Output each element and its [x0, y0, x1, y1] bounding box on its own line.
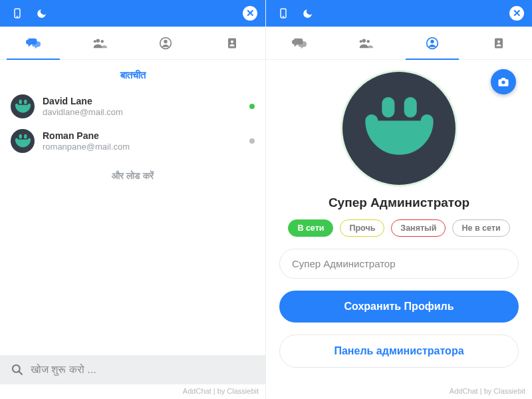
svg-point-8 — [164, 39, 168, 43]
mobile-icon[interactable] — [8, 4, 27, 23]
status-dot — [249, 138, 255, 144]
tab-row — [0, 27, 265, 60]
contacts-tab[interactable] — [466, 27, 532, 59]
contact-email: romanpane@mail.com — [43, 142, 244, 152]
search-input[interactable] — [31, 364, 255, 376]
status-online[interactable]: В сети — [288, 219, 333, 237]
avatar — [11, 94, 35, 118]
groups-tab[interactable] — [66, 27, 133, 59]
status-dot — [249, 104, 255, 109]
status-offline[interactable]: Не в сети — [452, 219, 509, 237]
moon-icon[interactable] — [298, 4, 317, 23]
profile-tab[interactable] — [133, 27, 200, 59]
svg-point-17 — [360, 40, 362, 43]
search-icon — [11, 363, 24, 376]
close-icon[interactable]: ✕ — [509, 6, 524, 21]
status-busy[interactable]: Занятый — [391, 219, 446, 237]
section-title: बातचीत — [0, 60, 265, 89]
svg-point-11 — [13, 365, 20, 372]
save-profile-button[interactable]: Сохранить Профиль — [279, 291, 519, 323]
svg-point-19 — [430, 39, 434, 43]
svg-point-16 — [366, 40, 369, 43]
profile-tab[interactable] — [399, 27, 466, 59]
footer-credit: AddChat | by Classiebit — [0, 384, 265, 399]
admin-panel-button[interactable]: Панель администратора — [279, 334, 519, 368]
svg-point-22 — [501, 80, 505, 84]
chats-tab[interactable] — [266, 27, 332, 59]
chat-panel: ✕ बातचीत David Lane davidlane@mail.com — [0, 0, 266, 399]
svg-point-4 — [96, 39, 100, 43]
search-bar — [0, 355, 265, 384]
change-avatar-button[interactable] — [491, 69, 516, 94]
status-options: В сети Прочь Занятый Не в сети — [288, 219, 509, 237]
svg-point-6 — [93, 40, 96, 43]
svg-point-5 — [100, 40, 103, 43]
topbar: ✕ — [0, 0, 265, 27]
status-away[interactable]: Прочь — [340, 219, 384, 237]
svg-point-21 — [497, 40, 500, 43]
svg-rect-20 — [495, 38, 503, 48]
svg-point-10 — [231, 40, 233, 43]
profile-name: Супер Администратор — [329, 196, 469, 210]
conversation-item[interactable]: David Lane davidlane@mail.com — [0, 89, 265, 124]
contact-email: davidlane@mail.com — [43, 107, 244, 117]
contact-name: Roman Pane — [43, 130, 244, 141]
tab-row — [266, 27, 532, 60]
chats-tab[interactable] — [0, 27, 66, 59]
profile-panel: ✕ Супер Администратор В сети Прочь Занят… — [266, 0, 532, 399]
svg-line-12 — [19, 372, 23, 375]
svg-rect-9 — [228, 38, 236, 48]
close-icon[interactable]: ✕ — [243, 6, 257, 21]
moon-icon[interactable] — [32, 4, 51, 23]
camera-icon — [497, 76, 509, 88]
avatar-large — [342, 72, 456, 185]
conversation-list: बातचीत David Lane davidlane@mail.com Rom… — [0, 60, 265, 399]
avatar — [11, 129, 35, 153]
contact-name: David Lane — [43, 96, 244, 106]
svg-point-15 — [362, 39, 366, 43]
footer-credit: AddChat | by Classiebit — [266, 384, 532, 399]
mobile-icon[interactable] — [274, 4, 293, 23]
display-name-input[interactable] — [279, 249, 519, 279]
topbar: ✕ — [266, 0, 532, 27]
groups-tab[interactable] — [332, 27, 399, 59]
load-more-button[interactable]: और लोड करें — [0, 158, 265, 194]
contacts-tab[interactable] — [199, 27, 265, 59]
conversation-item[interactable]: Roman Pane romanpane@mail.com — [0, 124, 265, 158]
profile-content: Супер Администратор В сети Прочь Занятый… — [266, 60, 532, 384]
